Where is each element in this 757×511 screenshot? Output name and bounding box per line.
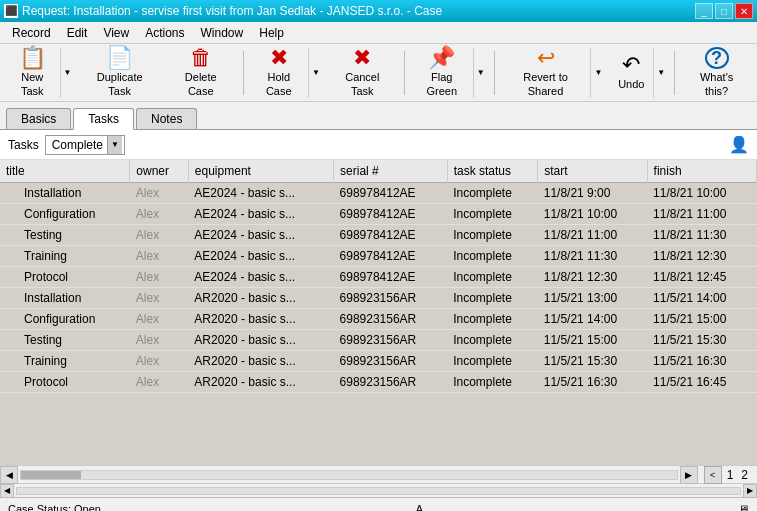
menu-record[interactable]: Record	[4, 24, 59, 42]
close-button[interactable]: ✕	[735, 3, 753, 19]
cell-equipment: AE2024 - basic s...	[188, 267, 333, 288]
col-finish[interactable]: finish	[647, 160, 756, 183]
table-row: Protocol Alex AR2020 - basic s... 698923…	[0, 372, 757, 393]
tab-basics[interactable]: Basics	[6, 108, 71, 129]
cell-finish: 11/5/21 16:30	[647, 351, 756, 372]
maximize-button[interactable]: □	[715, 3, 733, 19]
hold-case-label: Hold Case	[254, 71, 304, 97]
hold-case-button[interactable]: ✖ Hold Case ▼	[249, 47, 324, 99]
flag-green-button[interactable]: 📌 Flag Green ▼	[410, 47, 489, 99]
hold-case-icon: ✖	[270, 47, 288, 69]
flag-green-arrow[interactable]: ▼	[473, 48, 488, 98]
menu-bar: Record Edit View Actions Window Help	[0, 22, 757, 44]
menu-help[interactable]: Help	[251, 24, 292, 42]
window-controls: _ □ ✕	[695, 3, 753, 19]
cell-start: 11/5/21 16:30	[538, 372, 647, 393]
cell-owner: Alex	[130, 246, 189, 267]
cell-owner: Alex	[130, 288, 189, 309]
new-task-button[interactable]: 📋 New Task ▼	[4, 47, 75, 99]
cell-finish: 11/8/21 12:30	[647, 246, 756, 267]
toolbar-separator-3	[494, 51, 495, 95]
cell-equipment: AE2024 - basic s...	[188, 225, 333, 246]
minimize-button[interactable]: _	[695, 3, 713, 19]
whats-this-icon: ?	[705, 47, 729, 69]
col-serial[interactable]: serial #	[334, 160, 448, 183]
horizontal-scroll-bar: ◀ ▶ < 1 2	[0, 465, 757, 483]
table-row: Protocol Alex AE2024 - basic s... 698978…	[0, 267, 757, 288]
revert-arrow[interactable]: ▼	[590, 48, 605, 98]
cell-title: Protocol	[0, 372, 130, 393]
menu-window[interactable]: Window	[193, 24, 252, 42]
scroll-track	[20, 470, 678, 480]
cell-serial: 698978412AE	[334, 183, 448, 204]
col-task-status[interactable]: task status	[447, 160, 538, 183]
bottom-scroll-right[interactable]: ▶	[743, 484, 757, 498]
tab-tasks[interactable]: Tasks	[73, 108, 134, 130]
whats-this-button[interactable]: ? What's this?	[680, 47, 753, 99]
menu-actions[interactable]: Actions	[137, 24, 192, 42]
page-navigation: < 1 2	[698, 466, 757, 484]
col-owner[interactable]: owner	[130, 160, 189, 183]
cell-status: Incomplete	[447, 351, 538, 372]
cell-equipment: AE2024 - basic s...	[188, 204, 333, 225]
duplicate-task-icon: 📄	[106, 47, 133, 69]
menu-edit[interactable]: Edit	[59, 24, 96, 42]
cancel-task-icon: ✖	[353, 47, 371, 69]
new-task-arrow[interactable]: ▼	[60, 48, 75, 98]
scroll-right-button[interactable]: ▶	[680, 466, 698, 484]
undo-arrow[interactable]: ▼	[653, 48, 668, 98]
page-2[interactable]: 2	[738, 468, 751, 482]
col-title[interactable]: title	[0, 160, 130, 183]
cell-status: Incomplete	[447, 204, 538, 225]
page-1[interactable]: 1	[724, 468, 737, 482]
prev-page-button[interactable]: <	[704, 466, 722, 484]
cell-start: 11/5/21 13:00	[538, 288, 647, 309]
cell-status: Incomplete	[447, 372, 538, 393]
scroll-left-button[interactable]: ◀	[0, 466, 18, 484]
col-start[interactable]: start	[538, 160, 647, 183]
cell-serial: 698923156AR	[334, 288, 448, 309]
new-task-label: New Task	[9, 71, 56, 97]
cell-title: Configuration	[0, 204, 130, 225]
undo-button[interactable]: ↶ Undo ▼	[608, 47, 669, 99]
cell-start: 11/5/21 14:00	[538, 309, 647, 330]
undo-icon: ↶	[622, 54, 640, 76]
cell-serial: 698923156AR	[334, 351, 448, 372]
table-row: Configuration Alex AR2020 - basic s... 6…	[0, 309, 757, 330]
search-filter-icon[interactable]: 👤	[729, 135, 749, 154]
cell-title: Testing	[0, 225, 130, 246]
table-row: Installation Alex AE2024 - basic s... 69…	[0, 183, 757, 204]
col-equipment[interactable]: equipment	[188, 160, 333, 183]
cell-owner: Alex	[130, 267, 189, 288]
flag-green-icon: 📌	[428, 47, 455, 69]
cell-status: Incomplete	[447, 183, 538, 204]
duplicate-task-button[interactable]: 📄 Duplicate Task	[77, 47, 161, 99]
menu-view[interactable]: View	[95, 24, 137, 42]
cell-start: 11/8/21 10:00	[538, 204, 647, 225]
bottom-scroll-left[interactable]: ◀	[0, 484, 14, 498]
delete-case-button[interactable]: 🗑 Delete Case	[164, 47, 238, 99]
status-filter-dropdown[interactable]: Complete ▼	[45, 135, 125, 155]
table-row: Installation Alex AR2020 - basic s... 69…	[0, 288, 757, 309]
filter-status-value: Complete	[48, 138, 107, 152]
cancel-task-label: Cancel Task	[333, 71, 392, 97]
cell-start: 11/8/21 11:00	[538, 225, 647, 246]
cancel-task-button[interactable]: ✖ Cancel Task	[326, 47, 399, 99]
toolbar-separator-4	[674, 51, 675, 95]
cell-serial: 698923156AR	[334, 330, 448, 351]
cell-start: 11/5/21 15:00	[538, 330, 647, 351]
cell-serial: 698923156AR	[334, 372, 448, 393]
cell-start: 11/5/21 15:30	[538, 351, 647, 372]
bottom-scroll-bar: ◀ ▶	[0, 483, 757, 497]
hold-case-arrow[interactable]: ▼	[308, 48, 323, 98]
delete-case-label: Delete Case	[171, 71, 231, 97]
cell-owner: Alex	[130, 372, 189, 393]
status-bar: Case Status: Open A 🖥	[0, 497, 757, 511]
title-bar: ⬛ Request: Installation - servise first …	[0, 0, 757, 22]
cell-equipment: AR2020 - basic s...	[188, 372, 333, 393]
tab-bar: Basics Tasks Notes	[0, 102, 757, 130]
revert-to-shared-button[interactable]: ↩ Revert to Shared ▼	[500, 47, 607, 99]
filter-dropdown-arrow[interactable]: ▼	[107, 136, 122, 154]
tab-notes[interactable]: Notes	[136, 108, 197, 129]
cell-owner: Alex	[130, 309, 189, 330]
